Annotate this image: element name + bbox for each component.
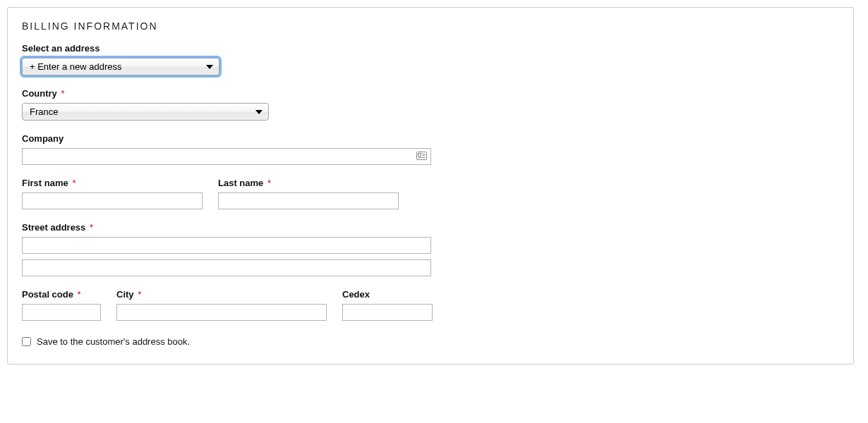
chevron-down-icon	[255, 110, 263, 114]
street-label: Street address *	[22, 222, 839, 233]
cedex-label: Cedex	[342, 289, 433, 300]
billing-panel: BILLING INFORMATION Select an address + …	[7, 7, 854, 364]
chevron-down-icon	[206, 65, 213, 69]
city-field: City *	[116, 289, 327, 321]
required-mark: *	[72, 178, 76, 188]
first-name-label: First name *	[22, 178, 203, 188]
postal-city-row: Postal code * City * Cedex	[22, 289, 839, 321]
required-mark: *	[78, 289, 81, 300]
select-address-field: Select an address + Enter a new address	[22, 43, 839, 75]
country-value: France	[30, 106, 58, 117]
save-address-row: Save to the customer's address book.	[22, 336, 839, 347]
country-dropdown[interactable]: France	[22, 103, 269, 121]
last-name-field: Last name *	[218, 178, 399, 209]
first-name-label-text: First name	[22, 178, 68, 188]
last-name-label: Last name *	[218, 178, 399, 188]
street-label-text: Street address	[22, 222, 85, 233]
required-mark: *	[138, 289, 141, 300]
cedex-input[interactable]	[342, 304, 433, 321]
city-input[interactable]	[116, 304, 327, 321]
postal-field: Postal code *	[22, 289, 101, 321]
postal-label-text: Postal code	[22, 289, 73, 300]
street-field: Street address *	[22, 222, 839, 276]
select-address-value: + Enter a new address	[30, 61, 121, 72]
postal-input[interactable]	[22, 304, 101, 321]
street-line2-input[interactable]	[22, 259, 431, 276]
city-label-text: City	[116, 289, 134, 300]
country-field: Country * France	[22, 88, 839, 121]
select-address-label: Select an address	[22, 43, 839, 54]
last-name-label-text: Last name	[218, 178, 263, 188]
company-input[interactable]	[22, 148, 431, 165]
last-name-input[interactable]	[218, 192, 399, 209]
panel-title: BILLING INFORMATION	[22, 20, 839, 32]
company-label: Company	[22, 133, 839, 144]
postal-label: Postal code *	[22, 289, 101, 300]
cedex-field: Cedex	[342, 289, 433, 321]
country-label-text: Country	[22, 88, 57, 99]
required-mark: *	[61, 88, 64, 99]
required-mark: *	[267, 178, 271, 188]
first-name-input[interactable]	[22, 192, 203, 209]
required-mark: *	[90, 222, 93, 233]
street-line1-input[interactable]	[22, 237, 431, 254]
name-row: First name * Last name *	[22, 178, 839, 209]
first-name-field: First name *	[22, 178, 203, 209]
city-label: City *	[116, 289, 327, 300]
save-address-checkbox[interactable]	[22, 337, 31, 346]
country-label: Country *	[22, 88, 839, 99]
select-address-dropdown[interactable]: + Enter a new address	[22, 58, 219, 75]
save-address-label: Save to the customer's address book.	[37, 336, 190, 347]
company-field: Company	[22, 133, 839, 165]
